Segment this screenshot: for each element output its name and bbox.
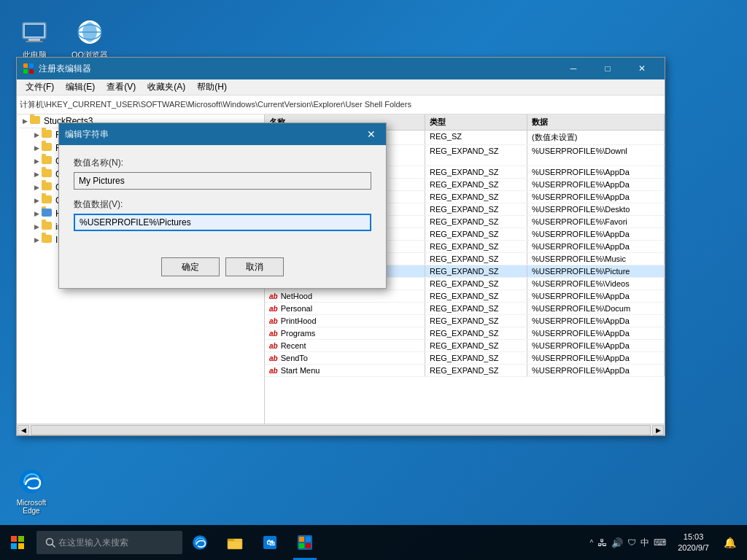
taskbar: 在这里输入来搜索	[0, 525, 747, 560]
dialog-close-button[interactable]: ✕	[363, 125, 380, 143]
notification-icon: 🔔	[724, 537, 736, 548]
clock-date: 2020/9/7	[678, 542, 709, 553]
taskbar-explorer-icon	[227, 534, 243, 551]
start-button[interactable]	[0, 525, 35, 560]
taskbar-edge[interactable]	[182, 525, 217, 560]
svg-rect-27	[306, 543, 311, 548]
ok-button[interactable]: 确定	[161, 257, 220, 276]
svg-rect-26	[299, 543, 304, 548]
taskbar-right: ^ 🖧 🔊 🛡 中 ⌨ 15:03 2020/9/7 🔔	[587, 525, 747, 560]
clock-time: 15:03	[678, 532, 709, 542]
name-input[interactable]	[74, 172, 371, 190]
data-input[interactable]	[74, 214, 371, 231]
svg-rect-24	[299, 537, 304, 542]
data-field-container: 数值数据(V):	[74, 198, 371, 231]
taskbar-store[interactable]: 🛍	[252, 525, 287, 560]
svg-rect-12	[11, 536, 17, 542]
data-label: 数值数据(V):	[74, 198, 371, 211]
keyboard-icon[interactable]: ⌨	[654, 537, 666, 548]
notification-button[interactable]: 🔔	[718, 531, 741, 554]
svg-rect-13	[18, 536, 24, 542]
search-placeholder: 在这里输入来搜索	[58, 537, 128, 549]
dialog-overlay: 编辑字符串 ✕ 数值名称(N): 数值数据(V): 确定 取消	[0, 0, 747, 560]
windows-logo-icon	[10, 535, 25, 550]
taskbar-clock[interactable]: 15:03 2020/9/7	[672, 532, 715, 554]
taskbar-explorer[interactable]	[217, 525, 252, 560]
taskbar-store-icon: 🛍	[262, 534, 278, 551]
taskbar-edge-icon	[192, 534, 208, 551]
taskbar-regedit-icon	[297, 534, 313, 551]
ime-label[interactable]: 中	[640, 537, 649, 549]
edit-string-dialog: 编辑字符串 ✕ 数值名称(N): 数值数据(V): 确定 取消	[58, 122, 387, 289]
search-icon	[45, 537, 55, 548]
volume-icon[interactable]: 🔊	[611, 537, 623, 548]
security-icon[interactable]: 🛡	[627, 537, 636, 548]
svg-rect-15	[18, 543, 24, 549]
svg-rect-14	[11, 543, 17, 549]
cancel-button[interactable]: 取消	[225, 257, 284, 276]
network-icon[interactable]: 🖧	[597, 537, 607, 548]
dialog-title-text: 编辑字符串	[65, 128, 109, 141]
name-field-container: 数值名称(N):	[74, 157, 371, 190]
taskbar-items: 🛍	[182, 525, 587, 560]
name-label: 数值名称(N):	[74, 157, 371, 169]
svg-line-17	[53, 545, 55, 548]
tray-expand-icon[interactable]: ^	[589, 539, 593, 547]
dialog-titlebar: 编辑字符串 ✕	[59, 123, 386, 145]
svg-rect-20	[228, 539, 234, 541]
taskbar-search[interactable]: 在这里输入来搜索	[36, 531, 182, 554]
taskbar-tray: ^ 🖧 🔊 🛡 中 ⌨	[587, 537, 669, 549]
svg-text:🛍: 🛍	[266, 538, 275, 547]
taskbar-regedit[interactable]	[287, 525, 322, 560]
dialog-content: 数值名称(N): 数值数据(V):	[59, 145, 386, 252]
svg-rect-25	[306, 537, 311, 542]
dialog-buttons: 确定 取消	[59, 252, 386, 288]
desktop: 此电脑 QQ浏览器 MicrosoftEdge	[0, 0, 747, 560]
